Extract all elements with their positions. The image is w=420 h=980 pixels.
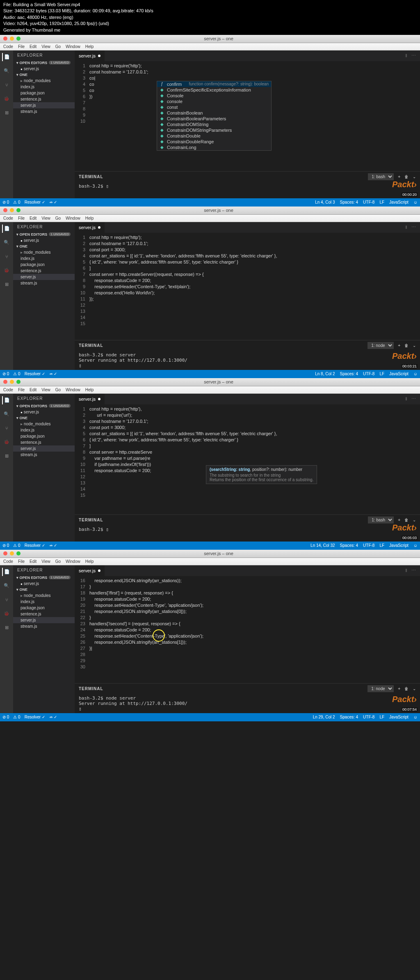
status-item[interactable]: ☺ xyxy=(413,715,418,719)
code-editor[interactable]: 123456789101112131415 const http = requi… xyxy=(75,404,420,514)
new-terminal-icon[interactable]: + xyxy=(398,518,400,522)
file-item[interactable]: package.json xyxy=(13,605,75,611)
file-item[interactable]: stream.js xyxy=(13,280,75,286)
terminal-label[interactable]: TERMINAL xyxy=(79,343,103,348)
menu-help[interactable]: Help xyxy=(85,44,94,49)
status-item[interactable]: JavaScript xyxy=(389,543,409,548)
file-item[interactable]: sentence.js xyxy=(13,439,75,445)
menu-code[interactable]: Code xyxy=(3,559,13,564)
menu-file[interactable]: File xyxy=(18,216,25,220)
menu-edit[interactable]: Edit xyxy=(30,44,37,49)
more-actions-icon[interactable]: ⋯ xyxy=(411,225,416,230)
git-icon[interactable]: ⑂ xyxy=(2,596,11,604)
code-editor[interactable]: 161718192021222324252627282930 response.… xyxy=(75,576,420,683)
minimize-window-icon[interactable] xyxy=(10,208,14,212)
open-editors-header[interactable]: ▾ OPEN EDITORS 1 UNSAVED xyxy=(13,403,75,409)
terminal-shell-select[interactable]: 1: node xyxy=(368,342,394,349)
status-item[interactable]: UTF-8 xyxy=(363,715,374,719)
close-window-icon[interactable] xyxy=(3,208,7,212)
tab-server-js[interactable]: server.js xyxy=(75,565,105,576)
menu-view[interactable]: View xyxy=(41,388,50,392)
status-item[interactable]: ↛ ✓ xyxy=(49,715,57,719)
debug-icon[interactable]: 🐞 xyxy=(2,438,11,446)
menu-view[interactable]: View xyxy=(41,559,50,564)
debug-icon[interactable]: 🐞 xyxy=(2,95,11,103)
close-window-icon[interactable] xyxy=(3,551,7,555)
new-terminal-icon[interactable]: + xyxy=(398,686,400,691)
maximize-terminal-icon[interactable]: ⌄ xyxy=(413,343,416,348)
file-item[interactable]: index.js xyxy=(13,599,75,605)
status-item[interactable]: LF xyxy=(379,715,384,719)
project-header[interactable]: ▾ ONE xyxy=(13,72,75,78)
file-item[interactable]: stream.js xyxy=(13,108,75,115)
status-item[interactable]: ⚠ 0 xyxy=(13,543,20,548)
maximize-terminal-icon[interactable]: ⌄ xyxy=(413,518,416,522)
file-item[interactable]: server.js xyxy=(13,617,75,623)
kill-terminal-icon[interactable]: 🗑 xyxy=(404,518,409,522)
file-item[interactable]: server.js xyxy=(13,102,75,108)
minimize-window-icon[interactable] xyxy=(10,551,14,555)
maximize-window-icon[interactable] xyxy=(16,208,21,212)
files-icon[interactable]: 📄 xyxy=(2,225,10,233)
file-item[interactable]: stream.js xyxy=(13,452,75,458)
file-item[interactable]: sentence.js xyxy=(13,611,75,617)
tab-server-js[interactable]: server.js xyxy=(75,394,105,404)
maximize-window-icon[interactable] xyxy=(16,37,21,41)
status-item[interactable]: ☺ xyxy=(413,200,418,204)
file-item[interactable]: node_modules xyxy=(13,421,75,427)
status-item[interactable]: UTF-8 xyxy=(363,543,374,548)
menu-window[interactable]: Window xyxy=(66,44,80,49)
project-header[interactable]: ▾ ONE xyxy=(13,415,75,421)
status-item[interactable]: ☺ xyxy=(413,372,418,376)
terminal-label[interactable]: TERMINAL xyxy=(79,518,103,522)
status-item[interactable]: ⊘ 0 xyxy=(2,372,9,376)
menu-window[interactable]: Window xyxy=(66,216,80,220)
code-content[interactable]: const http = require('http'), url = requ… xyxy=(88,404,420,514)
terminal-shell-select[interactable]: 1: bash xyxy=(368,516,394,523)
autocomplete-item[interactable]: ◆console xyxy=(157,99,271,104)
files-icon[interactable]: 📄 xyxy=(2,53,10,61)
terminal-body[interactable]: bash-3.2$ ▯ xyxy=(75,182,420,198)
status-item[interactable]: Resolver ✓ xyxy=(25,543,45,548)
status-item[interactable]: Spaces: 4 xyxy=(340,715,358,719)
menu-help[interactable]: Help xyxy=(85,216,94,220)
menu-window[interactable]: Window xyxy=(66,388,80,392)
code-content[interactable]: response.end(JSON.stringify(arr_stations… xyxy=(88,576,420,683)
status-item[interactable]: LF xyxy=(379,543,384,548)
debug-icon[interactable]: 🐞 xyxy=(2,266,11,275)
file-item[interactable]: package.json xyxy=(13,433,75,439)
status-item[interactable]: ⊘ 0 xyxy=(2,715,9,719)
search-icon[interactable]: 🔍 xyxy=(2,67,11,75)
split-editor-icon[interactable]: ⫴ xyxy=(405,53,407,58)
autocomplete-popup[interactable]: ƒconfirmfunction confirm(message?: strin… xyxy=(157,81,272,151)
files-icon[interactable]: 📄 xyxy=(2,396,10,404)
split-editor-icon[interactable]: ⫴ xyxy=(405,568,407,573)
status-item[interactable]: Resolver ✓ xyxy=(25,200,45,204)
more-actions-icon[interactable]: ⋯ xyxy=(411,568,416,573)
kill-terminal-icon[interactable]: 🗑 xyxy=(404,174,409,179)
new-terminal-icon[interactable]: + xyxy=(398,174,400,179)
terminal-body[interactable]: bash-3.2$ node server Server running at … xyxy=(75,351,420,370)
file-item[interactable]: server.js xyxy=(13,445,75,452)
menu-go[interactable]: Go xyxy=(55,216,61,220)
minimize-window-icon[interactable] xyxy=(10,37,14,41)
file-item[interactable]: node_modules xyxy=(13,249,75,255)
code-editor[interactable]: 123456789101112131415 const http = requi… xyxy=(75,233,420,340)
close-window-icon[interactable] xyxy=(3,380,7,384)
tab-server-js[interactable]: server.js xyxy=(75,222,105,233)
status-item[interactable]: Resolver ✓ xyxy=(25,715,45,719)
terminal-label[interactable]: TERMINAL xyxy=(79,686,103,691)
file-item[interactable]: package.json xyxy=(13,262,75,268)
status-item[interactable]: LF xyxy=(379,200,384,204)
status-item[interactable]: Ln 29, Col 2 xyxy=(313,715,335,719)
status-item[interactable]: JavaScript xyxy=(389,715,409,719)
autocomplete-item[interactable]: ◆ConstrainDOMStringParameters xyxy=(157,127,271,133)
search-icon[interactable]: 🔍 xyxy=(2,582,11,590)
autocomplete-item[interactable]: ◆ConstrainDouble xyxy=(157,133,271,139)
status-item[interactable]: ↛ ✓ xyxy=(49,372,57,376)
menu-edit[interactable]: Edit xyxy=(30,388,37,392)
menu-view[interactable]: View xyxy=(41,44,50,49)
status-item[interactable]: Spaces: 4 xyxy=(340,372,358,376)
search-icon[interactable]: 🔍 xyxy=(2,239,11,247)
open-editors-header[interactable]: ▾ OPEN EDITORS 1 UNSAVED xyxy=(13,60,75,66)
